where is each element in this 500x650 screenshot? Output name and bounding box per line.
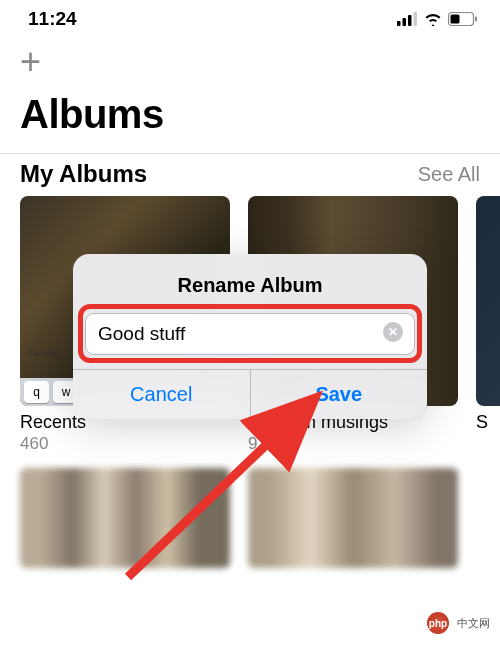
album-item[interactable]: S [476,196,500,454]
save-button[interactable]: Save [251,370,428,419]
svg-rect-3 [414,12,418,26]
blurred-thumb [248,468,458,568]
dialog-input-wrap: ✕ [73,309,427,369]
svg-rect-6 [475,17,477,22]
dialog-title: Rename Album [73,254,427,309]
thumb-label: musing [28,348,57,358]
album-name: S [476,412,500,433]
album-thumbnail[interactable] [476,196,500,406]
album-count: 460 [20,434,230,454]
watermark-text: 中文网 [453,614,494,633]
battery-icon [448,12,478,26]
status-time: 11:24 [28,8,77,30]
status-icons [397,12,478,26]
watermark-logo: php [425,610,451,636]
section-header: My Albums See All [0,153,500,196]
album-count: 9 [248,434,458,454]
page-title: Albums [0,82,500,151]
add-album-button[interactable]: + [20,44,480,80]
dialog-buttons: Cancel Save [73,369,427,419]
svg-rect-5 [451,15,460,24]
svg-rect-1 [403,18,407,26]
cellular-icon [397,12,418,26]
section-title: My Albums [20,160,147,188]
status-bar: 11:24 [0,0,500,34]
cancel-button[interactable]: Cancel [73,370,251,419]
key: q [24,381,49,403]
svg-rect-2 [408,15,412,26]
wifi-icon [423,12,443,26]
blurred-row [0,454,500,568]
clear-text-button[interactable]: ✕ [383,322,403,342]
toolbar: + [0,34,500,82]
blurred-thumb [20,468,230,568]
rename-dialog: Rename Album ✕ Cancel Save [73,254,427,419]
watermark: php 中文网 [425,610,494,636]
svg-rect-0 [397,21,401,26]
see-all-button[interactable]: See All [418,163,480,186]
album-name-input[interactable] [85,313,415,355]
